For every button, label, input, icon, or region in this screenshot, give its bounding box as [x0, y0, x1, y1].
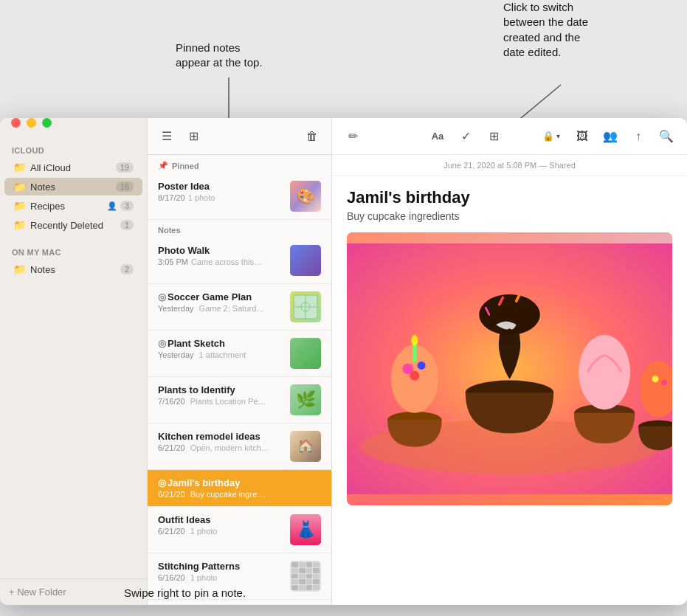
format-text-icon: Aa	[432, 131, 444, 142]
note-item-jamils-birthday[interactable]: 📌 ◎Jamil's birthday 6/21/20 Buy cupcake …	[148, 470, 331, 507]
note-date: 7/16/20	[158, 397, 185, 406]
compose-button[interactable]: ✏	[341, 125, 365, 148]
note-item-left: Stitching Patterns 6/16/20 1 photo	[158, 561, 284, 582]
note-date: Yesterday	[158, 304, 194, 313]
format-text-button[interactable]: Aa	[426, 125, 449, 148]
note-date: 6/21/20	[158, 527, 185, 536]
checklist-icon: ◎	[158, 338, 166, 349]
note-thumbnail-kitchen: 🏠	[290, 431, 321, 462]
app-window: iCloud 📁 All iCloud 19 📁 Notes 16 📁 Reci…	[0, 118, 687, 605]
lock-button[interactable]: 🔒 ▾	[536, 128, 566, 145]
note-detail-subtitle: Buy cupcake ingredients	[347, 210, 672, 222]
folder-icon-notes: 📁	[13, 181, 26, 193]
svg-point-23	[579, 335, 630, 409]
note-thumbnail-poster: 🎨	[290, 181, 321, 212]
delete-button[interactable]: 🗑	[302, 126, 322, 147]
notes-list: 📌 Pinned Poster Idea 8/17/20 1 photo 🎨	[148, 155, 331, 605]
share-indicator-icon: 👤	[107, 201, 117, 211]
note-item-kitchen[interactable]: Kitchen remodel ideas 6/21/20 Open, mode…	[148, 423, 331, 470]
sidebar-item-all-icloud[interactable]: 📁 All iCloud 19	[4, 159, 142, 176]
sidebar-bottom: + New Folder	[0, 578, 147, 605]
note-item-outfit[interactable]: Outfit Ideas 6/21/20 1 photo 👗	[148, 507, 331, 553]
note-item-poster-idea[interactable]: Poster Idea 8/17/20 1 photo 🎨	[148, 173, 331, 220]
folder-icon-deleted: 📁	[13, 219, 26, 231]
svg-point-26	[652, 376, 658, 382]
media-button[interactable]: 🖼	[570, 125, 594, 148]
close-button[interactable]	[11, 118, 21, 128]
note-title: Poster Idea	[158, 181, 284, 192]
note-thumbnail-soccer	[290, 291, 321, 322]
table-button[interactable]: ⊞	[482, 125, 505, 148]
note-preview: 1 photo	[188, 573, 218, 582]
list-view-icon: ☰	[162, 129, 172, 143]
sidebar-item-recipes[interactable]: 📁 Recipes 👤 3	[4, 197, 142, 215]
new-folder-button[interactable]: + New Folder	[9, 586, 138, 598]
sidebar-item-mac-notes[interactable]: 📁 Notes 2	[4, 260, 142, 278]
collaborate-icon: 👥	[603, 129, 618, 143]
folder-icon-recipes: 📁	[13, 200, 26, 212]
lock-icon: 🔒	[542, 131, 554, 142]
media-icon: 🖼	[576, 130, 588, 143]
note-preview: Plants Location Pe…	[188, 397, 266, 406]
note-item-groceries[interactable]: Groceries List 6/16/20 🌟 Bananas	[148, 600, 331, 605]
svg-point-21	[411, 335, 418, 346]
table-icon: ⊞	[489, 129, 499, 143]
note-detail-panel: ✏ Aa ✓ ⊞ 🔒 ▾ 🖼 👥 ↑	[332, 118, 687, 605]
new-folder-label: + New Folder	[9, 586, 66, 598]
note-title: ◎Jamil's birthday	[158, 477, 321, 488]
sidebar-label-deleted: Recently Deleted	[30, 220, 120, 231]
note-item-left: ◎Soccer Game Plan Yesterday Game 2: Satu…	[158, 291, 284, 313]
badge-mac-notes: 2	[120, 264, 134, 274]
folder-icon-mac-notes: 📁	[13, 263, 26, 275]
badge-notes: 16	[116, 181, 134, 192]
note-item-soccer[interactable]: ◎Soccer Game Plan Yesterday Game 2: Satu…	[148, 284, 331, 331]
note-detail-meta: June 21, 2020 at 5:08 PM — Shared	[332, 155, 687, 176]
note-date: 6/21/20	[158, 443, 185, 452]
note-item-plant-sketch[interactable]: ◎Plant Sketch Yesterday 1 attachment	[148, 331, 331, 377]
note-thumbnail-outfit: 👗	[290, 514, 321, 545]
share-button[interactable]: ↑	[626, 125, 650, 148]
checklist-icon: ◎	[158, 291, 166, 302]
note-item-left: Plants to Identify 7/16/20 Plants Locati…	[158, 384, 284, 406]
note-preview: Came across this…	[191, 257, 262, 266]
onmymac-section-header: On My Mac	[0, 242, 147, 260]
list-view-button[interactable]: ☰	[156, 126, 177, 147]
svg-line-1	[517, 85, 561, 122]
icloud-section-header: iCloud	[0, 140, 147, 158]
note-item-photo-walk[interactable]: Photo Walk 3:05 PM Came across this…	[148, 238, 331, 284]
note-item-left: Photo Walk 3:05 PM Came across this…	[158, 245, 284, 266]
badge-deleted: 1	[120, 220, 134, 230]
sidebar-item-notes[interactable]: 📁 Notes 16	[4, 178, 142, 195]
note-item-left: ◎Plant Sketch Yesterday 1 attachment	[158, 338, 284, 359]
note-preview: Open, modern kitch…	[188, 443, 269, 452]
note-title: Outfit Ideas	[158, 514, 284, 525]
note-title: ◎Plant Sketch	[158, 338, 284, 349]
note-title: ◎Soccer Game Plan	[158, 291, 284, 302]
sidebar-label-all-icloud: All iCloud	[30, 162, 116, 173]
folder-icon: 📁	[13, 162, 26, 173]
note-preview: Buy cupcake ingre…	[188, 490, 266, 499]
search-button[interactable]: 🔍	[655, 125, 678, 148]
note-detail-image	[347, 232, 672, 505]
note-item-stitching[interactable]: Stitching Patterns 6/16/20 1 photo	[148, 553, 331, 600]
sidebar-item-recently-deleted[interactable]: 📁 Recently Deleted 1	[4, 216, 142, 234]
note-detail-content[interactable]: Jamil's birthday Buy cupcake ingredients	[332, 176, 687, 605]
note-date: 6/16/20	[158, 573, 185, 582]
note-title: Photo Walk	[158, 245, 284, 256]
sidebar-label-mac-notes: Notes	[30, 264, 120, 275]
notes-list-panel: ☰ ⊞ 🗑 📌 Pinned Poster Idea 8/17/20	[148, 118, 332, 605]
cupcake-scene	[347, 232, 672, 505]
sidebar: iCloud 📁 All iCloud 19 📁 Notes 16 📁 Reci…	[0, 118, 148, 605]
note-date: Yesterday	[158, 350, 194, 359]
traffic-lights[interactable]	[11, 118, 52, 128]
note-title: Stitching Patterns	[158, 561, 284, 572]
maximize-button[interactable]	[42, 118, 52, 128]
sidebar-label-recipes: Recipes	[30, 201, 107, 212]
note-item-plants-identify[interactable]: Plants to Identify 7/16/20 Plants Locati…	[148, 377, 331, 423]
collaborate-button[interactable]: 👥	[598, 125, 622, 148]
grid-view-button[interactable]: ⊞	[183, 126, 204, 147]
note-detail-title: Jamil's birthday	[347, 188, 672, 207]
lock-chevron: ▾	[556, 132, 560, 140]
minimize-button[interactable]	[27, 118, 36, 128]
checklist-button[interactable]: ✓	[454, 125, 477, 148]
